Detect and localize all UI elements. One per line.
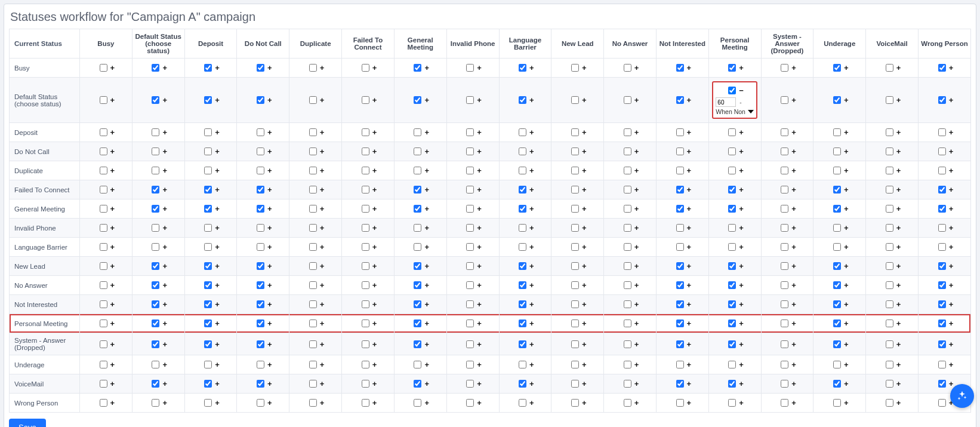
expand-icon[interactable] (844, 243, 849, 251)
expand-icon[interactable] (162, 148, 167, 155)
status-checkbox[interactable] (571, 262, 579, 270)
status-checkbox[interactable] (362, 320, 369, 327)
expand-icon[interactable] (477, 186, 482, 193)
status-checkbox[interactable] (624, 243, 631, 251)
status-checkbox[interactable] (362, 300, 369, 308)
expand-icon[interactable] (896, 64, 901, 72)
status-checkbox[interactable] (728, 320, 736, 327)
status-checkbox[interactable] (938, 361, 946, 368)
expand-icon[interactable] (267, 167, 272, 174)
status-checkbox[interactable] (152, 186, 159, 193)
expand-icon[interactable] (739, 340, 744, 348)
status-checkbox[interactable] (781, 320, 788, 327)
expand-icon[interactable] (267, 262, 272, 270)
status-checkbox[interactable] (728, 243, 736, 251)
status-checkbox[interactable] (466, 399, 474, 407)
expand-icon[interactable] (267, 64, 272, 72)
status-checkbox[interactable] (257, 361, 264, 368)
expand-icon[interactable] (634, 186, 639, 193)
status-checkbox[interactable] (414, 281, 421, 289)
expand-icon[interactable] (582, 224, 587, 232)
expand-icon[interactable] (372, 205, 377, 213)
expand-icon[interactable] (949, 205, 954, 213)
status-checkbox[interactable] (257, 148, 264, 155)
expand-icon[interactable] (791, 300, 796, 308)
status-checkbox[interactable] (204, 262, 212, 270)
expand-icon[interactable] (844, 186, 849, 193)
expand-icon[interactable] (844, 281, 849, 289)
expand-icon[interactable] (162, 224, 167, 232)
expand-icon[interactable] (372, 262, 377, 270)
expand-icon[interactable] (634, 340, 639, 348)
status-checkbox[interactable] (309, 380, 317, 388)
expand-icon[interactable] (267, 224, 272, 232)
expand-icon[interactable] (739, 300, 744, 308)
status-checkbox[interactable] (204, 243, 212, 251)
status-checkbox[interactable] (100, 186, 107, 193)
expand-icon[interactable] (215, 399, 220, 407)
expand-icon[interactable] (320, 340, 325, 348)
expand-icon[interactable] (844, 262, 849, 270)
expand-icon[interactable] (267, 128, 272, 136)
expand-icon[interactable] (320, 224, 325, 232)
status-checkbox[interactable] (833, 281, 841, 289)
status-checkbox[interactable] (100, 399, 107, 407)
expand-icon[interactable] (477, 281, 482, 289)
expand-icon[interactable] (372, 64, 377, 72)
expand-icon[interactable] (320, 64, 325, 72)
expand-icon[interactable] (110, 262, 115, 270)
expand-icon[interactable] (267, 243, 272, 251)
expand-icon[interactable] (424, 281, 429, 289)
expand-icon[interactable] (739, 361, 744, 368)
expand-icon[interactable] (896, 205, 901, 213)
status-checkbox[interactable] (309, 205, 317, 213)
status-checkbox[interactable] (571, 64, 579, 72)
expand-icon[interactable] (267, 148, 272, 155)
expand-icon[interactable] (215, 320, 220, 327)
status-checkbox[interactable] (152, 64, 159, 72)
status-checkbox[interactable] (833, 380, 841, 388)
expand-icon[interactable] (634, 128, 639, 136)
status-checkbox[interactable] (938, 128, 946, 136)
status-checkbox[interactable] (571, 399, 579, 407)
expand-icon[interactable] (844, 128, 849, 136)
status-checkbox[interactable] (100, 205, 107, 213)
status-checkbox[interactable] (414, 340, 421, 348)
status-checkbox[interactable] (728, 64, 736, 72)
status-checkbox[interactable] (466, 64, 474, 72)
status-checkbox[interactable] (257, 186, 264, 193)
status-checkbox[interactable] (624, 96, 631, 104)
expand-icon[interactable] (477, 262, 482, 270)
expand-icon[interactable] (215, 300, 220, 308)
expand-icon[interactable] (582, 300, 587, 308)
status-checkbox[interactable] (833, 340, 841, 348)
status-checkbox[interactable] (833, 243, 841, 251)
status-checkbox[interactable] (519, 361, 526, 368)
expand-icon[interactable] (949, 167, 954, 174)
status-checkbox[interactable] (519, 96, 526, 104)
status-checkbox[interactable] (100, 320, 107, 327)
status-checkbox[interactable] (728, 340, 736, 348)
expand-icon[interactable] (110, 128, 115, 136)
expand-icon[interactable] (477, 96, 482, 104)
status-checkbox[interactable] (257, 281, 264, 289)
status-checkbox[interactable] (728, 87, 736, 94)
status-checkbox[interactable] (781, 96, 788, 104)
expand-icon[interactable] (162, 281, 167, 289)
expand-icon[interactable] (267, 281, 272, 289)
expand-icon[interactable] (896, 243, 901, 251)
expand-icon[interactable] (844, 64, 849, 72)
expand-icon[interactable] (791, 361, 796, 368)
status-checkbox[interactable] (152, 361, 159, 368)
expand-icon[interactable] (896, 186, 901, 193)
status-checkbox[interactable] (624, 281, 631, 289)
expand-icon[interactable] (215, 96, 220, 104)
expand-icon[interactable] (424, 128, 429, 136)
expand-icon[interactable] (896, 399, 901, 407)
status-checkbox[interactable] (414, 320, 421, 327)
expand-icon[interactable] (529, 186, 534, 193)
expand-icon[interactable] (739, 281, 744, 289)
status-checkbox[interactable] (152, 320, 159, 327)
expand-icon[interactable] (844, 167, 849, 174)
status-checkbox[interactable] (309, 320, 317, 327)
